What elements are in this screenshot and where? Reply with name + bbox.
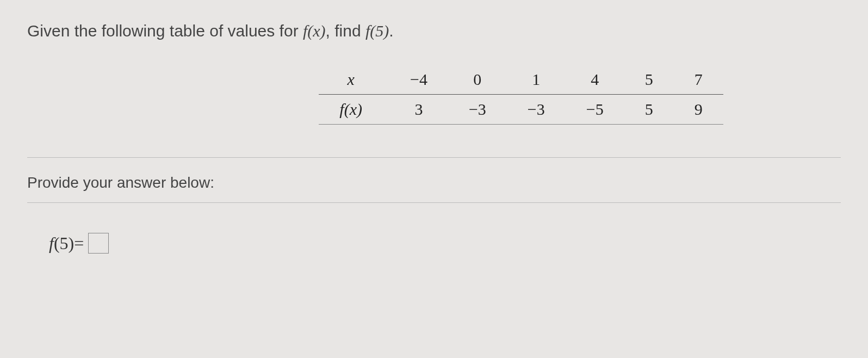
prompt-divider (27, 202, 841, 203)
fx-cell: 3 (389, 95, 448, 125)
fx-cell: 5 (624, 95, 674, 125)
x-cell: −4 (389, 65, 448, 95)
fx-cell: −5 (566, 95, 624, 125)
table-row-fx: f(x) 3 −3 −3 −5 5 9 (319, 95, 723, 125)
question-suffix: . (389, 22, 393, 40)
x-cell: 0 (448, 65, 507, 95)
answer-row: f(5) = (27, 233, 841, 254)
question-fx: f(x) (303, 22, 326, 40)
question-mid: , find (326, 22, 365, 40)
values-table: x −4 0 1 4 5 7 f(x) 3 −3 −3 −5 5 9 (319, 65, 723, 125)
table-row-x: x −4 0 1 4 5 7 (319, 65, 723, 95)
values-table-wrap: x −4 0 1 4 5 7 f(x) 3 −3 −3 −5 5 9 (201, 65, 841, 125)
answer-input[interactable] (88, 233, 109, 254)
x-cell: 4 (566, 65, 624, 95)
x-label: x (319, 65, 389, 95)
question-prefix: Given the following table of values for (27, 22, 303, 40)
x-cell: 5 (624, 65, 674, 95)
answer-label-f: f (49, 233, 54, 254)
question-target: f(5) (365, 22, 389, 40)
x-cell: 7 (674, 65, 723, 95)
question-text: Given the following table of values for … (27, 22, 841, 40)
answer-prompt: Provide your answer below: (27, 174, 841, 192)
x-cell: 1 (507, 65, 566, 95)
fx-cell: −3 (507, 95, 566, 125)
fx-cell: 9 (674, 95, 723, 125)
fx-label: f(x) (319, 95, 389, 125)
fx-cell: −3 (448, 95, 507, 125)
answer-equals: = (74, 233, 84, 254)
answer-label-arg: (5) (54, 233, 74, 254)
